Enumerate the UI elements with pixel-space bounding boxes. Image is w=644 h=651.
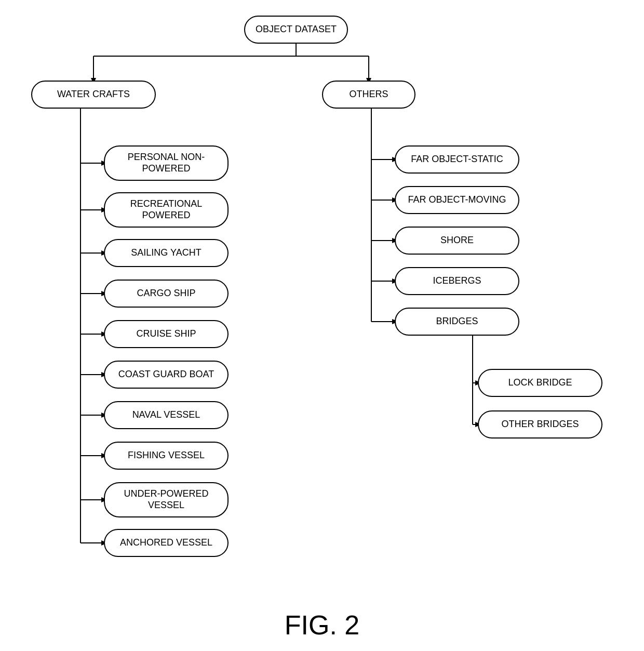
node-underpowered: UNDER-POWERED VESSEL: [104, 482, 229, 517]
node-personal: PERSONAL NON- POWERED: [104, 145, 229, 181]
node-others: OTHERS: [322, 81, 415, 109]
node-anchored: ANCHORED VESSEL: [104, 529, 229, 557]
node-coast: COAST GUARD BOAT: [104, 361, 229, 389]
node-naval: NAVAL VESSEL: [104, 401, 229, 429]
diagram-container: OBJECT DATASET WATER CRAFTS OTHERS PERSO…: [0, 0, 644, 613]
node-lock-bridge: LOCK BRIDGE: [478, 369, 602, 397]
node-water-crafts: WATER CRAFTS: [31, 81, 156, 109]
node-far-moving: FAR OBJECT-MOVING: [395, 186, 519, 214]
node-bridges: BRIDGES: [395, 308, 519, 336]
node-fishing: FISHING VESSEL: [104, 442, 229, 470]
node-sailing: SAILING YACHT: [104, 239, 229, 267]
node-root: OBJECT DATASET: [244, 16, 348, 44]
node-cruise: CRUISE SHIP: [104, 320, 229, 348]
node-far-static: FAR OBJECT-STATIC: [395, 145, 519, 174]
node-other-bridges: OTHER BRIDGES: [478, 410, 602, 439]
node-recreational: RECREATIONAL POWERED: [104, 192, 229, 228]
node-shore: SHORE: [395, 227, 519, 255]
node-icebergs: ICEBERGS: [395, 267, 519, 295]
node-cargo: CARGO SHIP: [104, 280, 229, 308]
figure-label: FIG. 2: [285, 609, 359, 641]
